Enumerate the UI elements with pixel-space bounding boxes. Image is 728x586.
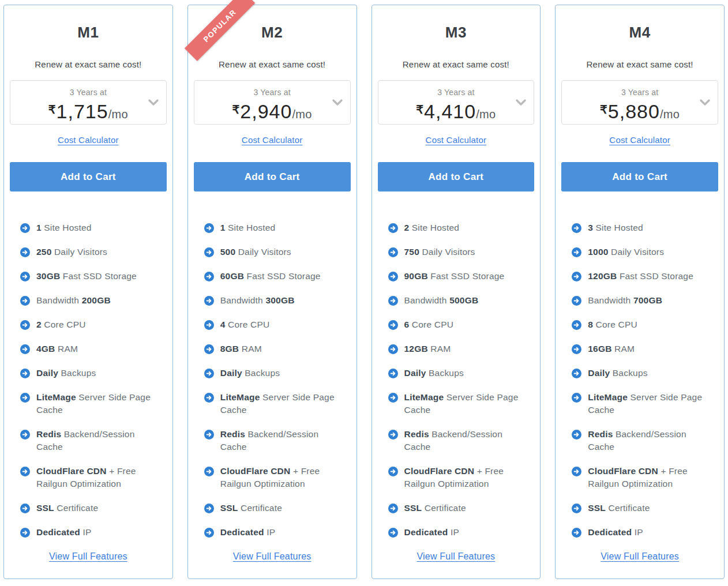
arrow-right-circle-icon [20, 296, 30, 306]
feature-item: 250 Daily Visitors [20, 246, 162, 258]
arrow-right-circle-icon [204, 369, 214, 378]
feature-list: 2 Site Hosted 750 Daily Visitors 90GB Fa… [372, 221, 541, 539]
feature-text: CloudFlare CDN + Free Railgun Optimizati… [220, 465, 346, 490]
arrow-right-circle-icon [20, 467, 30, 476]
feature-text: 2 Site Hosted [404, 221, 460, 234]
arrow-right-circle-icon [204, 320, 214, 330]
view-full-features-row: View Full Features [372, 550, 541, 563]
arrow-right-circle-icon [572, 272, 581, 281]
feature-text: 8GB RAM [220, 343, 262, 355]
rupee-symbol: ₹ [232, 103, 240, 116]
feature-text: 3 Site Hosted [588, 221, 643, 234]
feature-item: 60GB Fast SSD Storage [204, 270, 346, 283]
cost-calculator-link[interactable]: Cost Calculator [609, 135, 670, 145]
arrow-right-circle-icon [572, 296, 581, 306]
price-term-dropdown[interactable]: 3 Years at ₹1,715/mo [10, 80, 167, 125]
arrow-right-circle-icon [388, 504, 398, 513]
arrow-right-circle-icon [388, 223, 398, 233]
view-full-features-link[interactable]: View Full Features [601, 551, 679, 561]
feature-text: Dedicated IP [220, 526, 275, 539]
feature-text: CloudFlare CDN + Free Railgun Optimizati… [36, 465, 162, 490]
cost-calculator-link[interactable]: Cost Calculator [242, 135, 303, 145]
arrow-right-circle-icon [20, 528, 30, 538]
arrow-right-circle-icon [572, 393, 581, 403]
add-to-cart-button[interactable]: Add to Cart [378, 162, 535, 191]
feature-item: 6 Core CPU [388, 318, 530, 331]
term-label: 3 Years at [378, 87, 534, 99]
feature-text: Redis Backend/Session Cache [404, 428, 530, 453]
feature-text: 4 Core CPU [220, 318, 270, 331]
view-full-features-link[interactable]: View Full Features [233, 551, 312, 561]
feature-item: 500 Daily Visitors [204, 246, 346, 258]
arrow-right-circle-icon [20, 272, 30, 281]
rupee-symbol: ₹ [416, 103, 423, 116]
arrow-right-circle-icon [20, 247, 30, 257]
term-label: 3 Years at [562, 87, 718, 99]
view-full-features-link[interactable]: View Full Features [49, 551, 127, 561]
chevron-down-icon [332, 99, 343, 106]
plan-title: M4 [556, 21, 724, 43]
plans-row: M1 Renew at exact same cost! 3 Years at … [3, 5, 725, 579]
feature-item: LiteMage Server Side Page Cache [572, 391, 714, 416]
arrow-right-circle-icon [20, 344, 30, 354]
arrow-right-circle-icon [20, 320, 30, 330]
view-full-features-row: View Full Features [188, 550, 357, 563]
feature-item: 1 Site Hosted [204, 221, 346, 234]
add-to-cart-button[interactable]: Add to Cart [194, 162, 351, 191]
arrow-right-circle-icon [388, 272, 398, 281]
rupee-symbol: ₹ [48, 103, 56, 116]
price-amount: 2,940 [240, 100, 292, 122]
arrow-right-circle-icon [572, 369, 581, 378]
arrow-right-circle-icon [204, 223, 214, 233]
arrow-right-circle-icon [204, 344, 214, 354]
feature-text: Daily Backups [404, 367, 464, 380]
feature-item: Redis Backend/Session Cache [572, 428, 714, 453]
price-term-dropdown[interactable]: 3 Years at ₹2,940/mo [194, 80, 351, 125]
add-to-cart-button[interactable]: Add to Cart [561, 162, 718, 191]
chevron-down-icon [516, 99, 526, 106]
cost-calculator-link[interactable]: Cost Calculator [426, 135, 487, 145]
feature-text: Redis Backend/Session Cache [36, 428, 162, 453]
cost-calculator-link[interactable]: Cost Calculator [58, 135, 119, 145]
arrow-right-circle-icon [572, 344, 581, 354]
feature-item: 1000 Daily Visitors [572, 246, 714, 258]
feature-item: 3 Site Hosted [572, 221, 714, 234]
price-term-dropdown[interactable]: 3 Years at ₹5,880/mo [561, 80, 718, 125]
plan-title: M3 [372, 21, 541, 43]
feature-item: 750 Daily Visitors [388, 246, 530, 258]
feature-item: 4GB RAM [20, 343, 162, 355]
arrow-right-circle-icon [388, 296, 398, 306]
renew-text: Renew at exact same cost! [4, 58, 172, 71]
arrow-right-circle-icon [20, 223, 30, 233]
feature-text: 1 Site Hosted [220, 221, 276, 234]
feature-list: 3 Site Hosted 1000 Daily Visitors 120GB … [556, 221, 724, 539]
price-term-dropdown[interactable]: 3 Years at ₹4,410/mo [378, 80, 535, 125]
arrow-right-circle-icon [20, 504, 30, 513]
arrow-right-circle-icon [204, 467, 214, 476]
feature-item: 90GB Fast SSD Storage [388, 270, 530, 283]
plan-card: M1 Renew at exact same cost! 3 Years at … [3, 5, 173, 579]
feature-text: 16GB RAM [588, 343, 635, 355]
add-to-cart-button[interactable]: Add to Cart [10, 162, 167, 191]
arrow-right-circle-icon [388, 467, 398, 476]
price-amount: 4,410 [424, 100, 476, 122]
arrow-right-circle-icon [572, 320, 581, 330]
feature-text: 12GB RAM [404, 343, 451, 355]
feature-text: 250 Daily Visitors [36, 246, 107, 258]
feature-text: Daily Backups [588, 367, 647, 380]
plan-card: M4 Renew at exact same cost! 3 Years at … [555, 5, 725, 579]
per-month-label: /mo [660, 108, 680, 121]
view-full-features-row: View Full Features [4, 550, 172, 563]
arrow-right-circle-icon [204, 296, 214, 306]
feature-item: Dedicated IP [572, 526, 714, 539]
feature-text: SSL Certificate [36, 502, 98, 514]
arrow-right-circle-icon [388, 320, 398, 330]
view-full-features-link[interactable]: View Full Features [416, 551, 495, 561]
arrow-right-circle-icon [204, 393, 214, 403]
price-line: ₹4,410/mo [378, 99, 534, 128]
cost-calculator-row: Cost Calculator [556, 134, 724, 146]
per-month-label: /mo [292, 108, 312, 121]
feature-text: Redis Backend/Session Cache [220, 428, 346, 453]
feature-item: 8GB RAM [204, 343, 346, 355]
view-full-features-row: View Full Features [556, 550, 724, 563]
